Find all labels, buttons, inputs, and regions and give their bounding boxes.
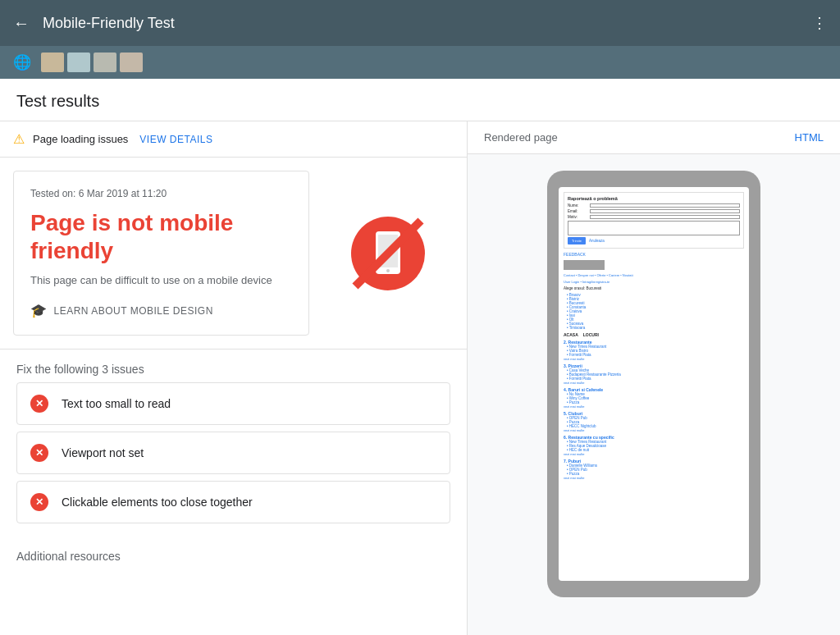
phone-gray-block — [564, 260, 605, 270]
phone-form-title: Raportează o problemă — [568, 196, 740, 201]
menu-icon[interactable]: ⋮ — [812, 14, 827, 32]
swatch-3 — [94, 53, 116, 72]
phone-screen: Raportează o problemă Nume: Email: — [559, 187, 749, 581]
phone-form-actions: Trimite Anuleaza — [568, 237, 740, 244]
phone-name-label: Nume: — [568, 203, 588, 208]
content-area: Test results ⚠ Page loading issues VIEW … — [0, 79, 840, 635]
color-swatches — [41, 53, 143, 72]
error-icon-3: ✕ — [30, 493, 48, 511]
main-split: ⚠ Page loading issues VIEW DETAILS Teste… — [0, 121, 840, 635]
fix-issues-section: Fix the following 3 issues ✕ Text too sm… — [0, 349, 467, 537]
right-panel: Rendered page HTML Raportează o problemă… — [468, 121, 840, 635]
phone-cat-4: 4. Baruri si Cafenele Nu Name Winy Coffe… — [564, 387, 744, 409]
card-area: Tested on: 6 Mar 2019 at 11:20 Page is n… — [0, 158, 467, 349]
phone-email-input — [590, 209, 740, 213]
phone-preview-area: Raportează o problemă Nume: Email: — [468, 154, 840, 635]
phone-feedback: FEEDBACK — [564, 252, 744, 257]
swatch-1 — [41, 53, 64, 72]
back-button[interactable]: ← — [13, 14, 30, 33]
swatch-2 — [67, 53, 90, 72]
phone-categories: 2. Restaurante New Times Restaurant Vatr… — [564, 340, 744, 480]
phone-submit-button: Trimite — [568, 237, 586, 244]
not-mobile-friendly-icon — [322, 171, 454, 336]
globe-icon[interactable]: 🌐 — [13, 53, 31, 71]
html-tab[interactable]: HTML — [795, 131, 824, 144]
result-card: Tested on: 6 Mar 2019 at 11:20 Page is n… — [13, 171, 309, 336]
phone-textarea — [568, 221, 740, 235]
learn-mobile-design-link[interactable]: 🎓 LEARN ABOUT MOBILE DESIGN — [30, 303, 292, 318]
swatch-4 — [120, 53, 143, 72]
phone-email-row: Email: — [568, 209, 740, 213]
phone-cat-3: 3. Pizzerii Casa Veche Budapesti Restaur… — [564, 363, 744, 385]
phone-form: Raportează o problemă Nume: Email: — [564, 192, 744, 249]
phone-user-login: User Login • Intragi/inregistra-te — [564, 280, 744, 284]
svg-point-3 — [386, 269, 390, 272]
phone-anuleaza-link: Anuleaza — [589, 239, 605, 243]
issue-text-1: Text too small to read — [62, 397, 171, 410]
right-panel-header: Rendered page HTML — [468, 121, 840, 154]
phone-choose-city: Alege orasul: Bucuresti — [564, 286, 744, 290]
app-header: ← Mobile-Friendly Test ⋮ — [0, 0, 840, 46]
phone-cat-5: 5. Cluburi OPEN Pub Puzza HECC Nightclub… — [564, 411, 744, 432]
phone-cat-6: 6. Restaurante cu specific New Times Res… — [564, 435, 744, 456]
not-friendly-title: Page is not mobile friendly — [30, 209, 292, 264]
rendered-page-label: Rendered page — [484, 131, 558, 144]
phone-mockup: Raportează o problemă Nume: Email: — [547, 171, 760, 597]
test-results-heading: Test results — [0, 79, 840, 121]
error-icon-1: ✕ — [30, 395, 48, 413]
phone-nav-links: Contact • Despre noi • Oferte • Cariere … — [564, 273, 744, 277]
app-title: Mobile-Friendly Test — [43, 15, 799, 32]
not-friendly-desc: This page can be difficult to use on a m… — [30, 274, 292, 286]
phone-motiv-label: Motiv: — [568, 215, 588, 219]
phone-name-input — [590, 203, 740, 208]
toolbar: 🌐 — [0, 46, 840, 79]
phone-motiv-input — [590, 215, 740, 219]
phone-acasa-tab: ACASA — [564, 332, 578, 337]
diploma-icon: 🎓 — [30, 303, 48, 318]
issue-text-3: Clickable elements too close together — [62, 496, 253, 509]
view-details-link[interactable]: VIEW DETAILS — [139, 134, 212, 145]
phone-cat-2: 2. Restaurante New Times Restaurant Vatr… — [564, 340, 744, 361]
issue-item-text-too-small[interactable]: ✕ Text too small to read — [16, 382, 450, 425]
fix-issues-heading: Fix the following 3 issues — [16, 363, 450, 376]
phone-name-row: Nume: — [568, 203, 740, 208]
phone-cat-7: 7. Puburi Danielle Williams OPEN Pub Puz… — [564, 459, 744, 480]
issue-bar-text: Page loading issues — [33, 133, 128, 145]
phone-city-timisoara: Timisoara — [564, 326, 744, 330]
tested-on: Tested on: 6 Mar 2019 at 11:20 — [30, 188, 292, 199]
phone-screen-content: Raportează o problemă Nume: Email: — [559, 187, 749, 485]
phone-nav-tabs: ACASA LOCURI — [564, 332, 744, 337]
phone-locuri-tab: LOCURI — [583, 332, 599, 337]
additional-resources-section: Additional resources — [0, 537, 467, 569]
issue-text-2: Viewport not set — [62, 446, 144, 459]
warning-icon: ⚠ — [13, 131, 25, 147]
left-panel: ⚠ Page loading issues VIEW DETAILS Teste… — [0, 121, 468, 635]
additional-resources-heading: Additional resources — [16, 550, 450, 563]
no-mobile-svg — [351, 217, 425, 290]
error-icon-2: ✕ — [30, 444, 48, 462]
issue-item-clickable[interactable]: ✕ Clickable elements too close together — [16, 481, 450, 523]
phone-motiv-row: Motiv: — [568, 215, 740, 219]
phone-email-label: Email: — [568, 209, 588, 213]
issue-item-viewport[interactable]: ✕ Viewport not set — [16, 432, 450, 474]
phone-city-list: Brasov Bistriz Bucuresti Constanta Craio… — [564, 293, 744, 330]
issue-bar: ⚠ Page loading issues VIEW DETAILS — [0, 121, 467, 158]
learn-link-label: LEARN ABOUT MOBILE DESIGN — [54, 305, 213, 317]
